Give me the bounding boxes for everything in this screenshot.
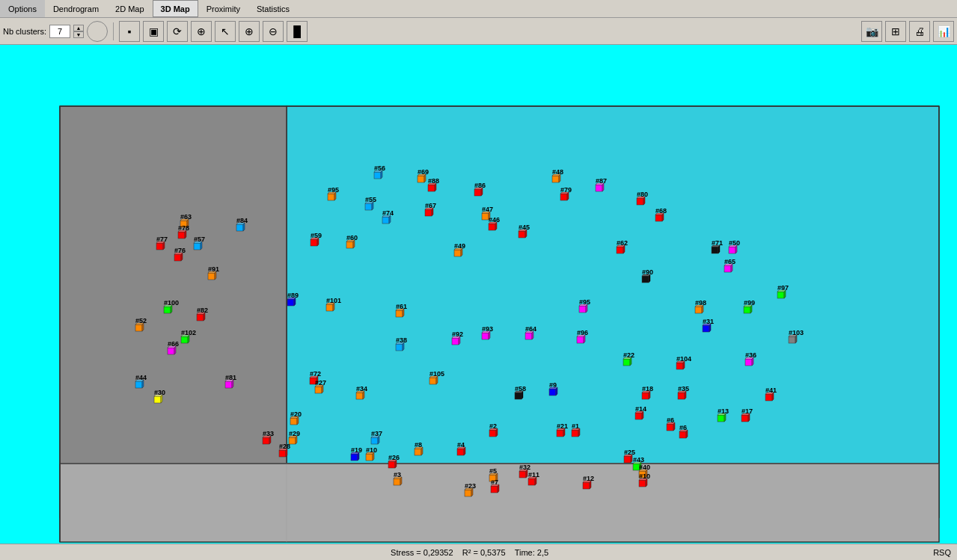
svg-rect-302 [415, 449, 421, 455]
barchart-icon-btn[interactable]: ▐▌ [287, 21, 308, 42]
svg-marker-16 [424, 174, 426, 182]
square-icon-btn[interactable]: ▪ [119, 21, 140, 42]
print-icon-btn-tr[interactable]: 🖨 [909, 21, 930, 42]
svg-marker-208 [403, 342, 404, 351]
svg-marker-160 [709, 324, 711, 332]
stats-icon-btn-tr[interactable]: 📊 [933, 21, 954, 42]
svg-marker-252 [522, 391, 523, 399]
svg-marker-360 [471, 488, 473, 496]
svg-rect-278 [742, 415, 748, 422]
point-6a[interactable]: #6 [667, 416, 675, 431]
pointer-icon-btn[interactable]: ↖ [215, 21, 236, 42]
zoom-out-btn[interactable]: ⊖ [263, 21, 284, 42]
refresh-icon-btn[interactable]: ⟳ [167, 21, 188, 42]
svg-rect-202 [623, 359, 630, 366]
time-label: Time: 2,5 [515, 548, 548, 557]
point-4[interactable]: #4 [457, 441, 465, 455]
3d-scene-svg: #56 #69 #88 #86 [0, 45, 957, 544]
svg-rect-162 [287, 299, 294, 306]
svg-rect-206 [396, 344, 403, 351]
menu-statistics[interactable]: Statistics [248, 0, 298, 17]
menu-2dmap[interactable]: 2D Map [107, 0, 153, 17]
svg-marker-220 [795, 335, 797, 343]
spin-down[interactable]: ▼ [73, 31, 84, 38]
point-3[interactable]: #3 [394, 471, 402, 485]
svg-marker-268 [161, 395, 162, 403]
nb-clusters-input[interactable] [49, 25, 70, 38]
svg-marker-304 [421, 447, 423, 455]
svg-marker-112 [718, 245, 720, 253]
point-7[interactable]: #7 [491, 479, 499, 493]
svg-rect-50 [328, 194, 334, 200]
svg-marker-44 [662, 213, 664, 221]
svg-marker-140 [204, 313, 205, 321]
svg-marker-172 [403, 309, 404, 317]
svg-rect-358 [465, 490, 471, 496]
svg-rect-354 [528, 479, 535, 485]
spin-up[interactable]: ▲ [73, 25, 84, 31]
svg-rect-378 [583, 482, 590, 489]
svg-marker-148 [784, 290, 786, 298]
svg-marker-28 [559, 174, 560, 182]
svg-rect-66 [425, 209, 432, 216]
svg-rect-246 [549, 389, 556, 396]
svg-marker-324 [378, 436, 379, 444]
svg-rect-238 [429, 378, 436, 384]
svg-rect-150 [695, 307, 702, 313]
svg-rect-338 [394, 479, 400, 485]
menu-bar: Options Dendrogram 2D Map 3D Map Proximi… [0, 0, 957, 18]
svg-rect-62 [382, 217, 389, 224]
point-9[interactable]: #9 [549, 381, 557, 396]
point-6b[interactable]: #6 [679, 424, 688, 438]
camera-icon-btn-tr[interactable]: 📷 [861, 21, 882, 42]
svg-rect-294 [263, 437, 269, 444]
grid-icon-btn-tr[interactable]: ⊞ [885, 21, 906, 42]
svg-rect-58 [236, 224, 243, 231]
nb-clusters-label: Nb clusters: [3, 27, 46, 36]
point-8[interactable]: #8 [415, 441, 423, 455]
svg-rect-146 [777, 292, 784, 298]
svg-marker-292 [296, 436, 297, 444]
circle-btn[interactable] [87, 21, 108, 42]
select-icon-btn[interactable]: ▣ [143, 21, 164, 42]
point-2[interactable]: #2 [489, 422, 498, 437]
nb-clusters-spinner[interactable]: ▲ ▼ [73, 25, 84, 38]
svg-rect-10 [374, 172, 381, 179]
menu-dendrogram[interactable]: Dendrogram [45, 0, 107, 17]
svg-marker-124 [623, 245, 625, 253]
svg-rect-334 [388, 461, 395, 468]
zoom-in-btn[interactable]: ⊕ [239, 21, 260, 42]
svg-marker-332 [373, 452, 374, 461]
svg-rect-34 [560, 194, 567, 200]
sep1 [113, 22, 114, 40]
rotate3d-icon-btn[interactable]: ⊕ [191, 21, 212, 42]
svg-marker-156 [750, 305, 752, 313]
svg-marker-200 [584, 335, 585, 343]
menu-3dmap[interactable]: 3D Map [153, 0, 198, 17]
svg-rect-174 [181, 336, 188, 343]
point-1[interactable]: #1 [572, 422, 580, 437]
menu-proximity[interactable]: Proximity [198, 0, 248, 17]
viz-container: #56 #69 #88 #86 [0, 45, 957, 544]
svg-rect-170 [396, 310, 403, 317]
svg-rect-318 [572, 430, 578, 437]
svg-marker-216 [752, 357, 753, 366]
svg-rect-182 [482, 333, 489, 339]
svg-rect-270 [635, 413, 642, 419]
svg-marker-2 [60, 106, 287, 517]
svg-marker-52 [334, 192, 336, 200]
svg-marker-188 [532, 331, 533, 339]
svg-rect-70 [482, 213, 489, 220]
svg-rect-38 [637, 198, 643, 205]
svg-marker-384 [686, 430, 688, 438]
svg-marker-312 [496, 428, 498, 437]
svg-rect-90 [156, 243, 163, 250]
svg-marker-64 [389, 215, 391, 224]
svg-rect-262 [765, 394, 772, 401]
svg-rect-30 [596, 185, 602, 191]
status-center: Stress = 0,29352 R² = 0,5375 Time: 2,5 [391, 548, 548, 557]
svg-rect-42 [655, 215, 662, 221]
svg-marker-36 [567, 192, 569, 200]
svg-marker-276 [724, 413, 726, 422]
menu-options[interactable]: Options [0, 0, 45, 17]
